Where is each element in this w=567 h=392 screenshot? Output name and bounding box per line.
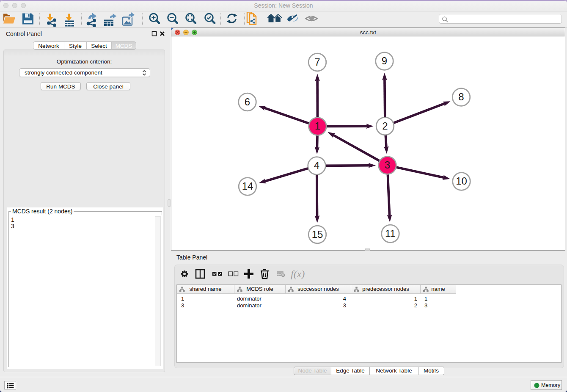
svg-text:7: 7 xyxy=(314,56,320,68)
svg-text:f(x): f(x) xyxy=(291,268,305,279)
svg-text:11: 11 xyxy=(385,228,396,239)
svg-text:10: 10 xyxy=(456,175,467,187)
svg-text:1: 1 xyxy=(315,120,320,132)
svg-text:15: 15 xyxy=(312,229,323,240)
svg-text:14: 14 xyxy=(242,180,253,192)
svg-text:3: 3 xyxy=(385,159,390,171)
svg-text:4: 4 xyxy=(314,160,319,171)
svg-text:9: 9 xyxy=(382,55,387,66)
svg-text:6: 6 xyxy=(245,96,250,108)
svg-text:2: 2 xyxy=(382,120,388,132)
svg-text:8: 8 xyxy=(458,91,464,102)
